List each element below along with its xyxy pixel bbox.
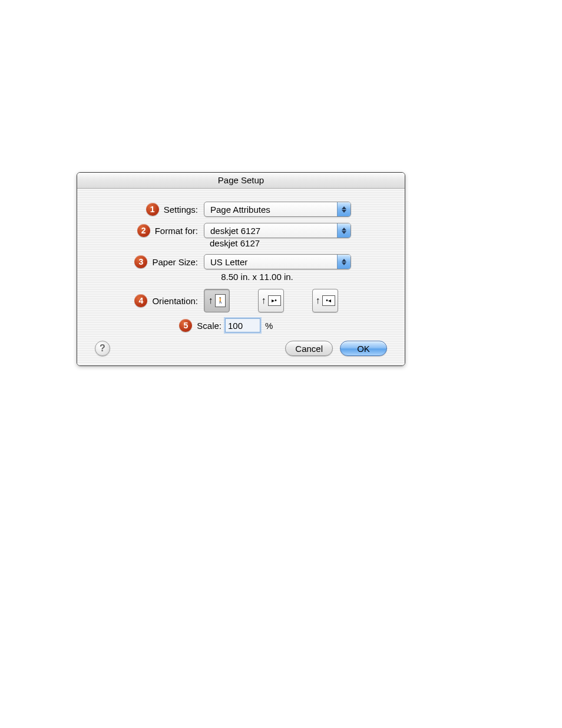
settings-row: 1 Settings: Page Attributes — [95, 202, 387, 217]
orientation-landscape-right-button[interactable]: ↑ •◂ — [312, 289, 338, 312]
settings-label: Settings: — [164, 205, 198, 215]
dialog-footer: ? Cancel OK — [95, 341, 387, 356]
paper-size-row: 3 Paper Size: US Letter — [95, 254, 387, 269]
badge-3: 3 — [134, 255, 147, 268]
orientation-label: Orientation: — [152, 296, 198, 306]
scale-label: Scale: — [197, 321, 222, 331]
updown-arrows-icon — [337, 255, 351, 269]
up-arrow-icon: ↑ — [209, 295, 213, 306]
landscape-page-icon: ▸• — [268, 295, 281, 306]
paper-size-value: US Letter — [210, 257, 337, 267]
scale-input[interactable] — [225, 318, 260, 332]
badge-5: 5 — [179, 319, 192, 332]
ok-button[interactable]: OK — [340, 341, 387, 356]
scale-row: 5 Scale: % — [95, 318, 387, 332]
settings-value: Page Attributes — [210, 205, 337, 215]
orientation-row: 4 Orientation: ↑ 🚶 ↑ ▸• ↑ — [95, 289, 387, 312]
badge-2: 2 — [137, 224, 150, 237]
badge-1: 1 — [146, 203, 159, 216]
help-button[interactable]: ? — [95, 341, 110, 356]
paper-size-popup[interactable]: US Letter — [204, 254, 351, 269]
landscape-page-icon: •◂ — [322, 295, 335, 306]
paper-dimensions: 8.50 in. x 11.00 in. — [127, 272, 387, 282]
orientation-landscape-left-button[interactable]: ↑ ▸• — [258, 289, 284, 312]
badge-4: 4 — [134, 294, 147, 307]
settings-popup[interactable]: Page Attributes — [204, 202, 351, 217]
format-for-value: deskjet 6127 — [210, 226, 337, 236]
format-for-row: 2 Format for: deskjet 6127 — [95, 223, 387, 238]
orientation-portrait-button[interactable]: ↑ 🚶 — [204, 289, 230, 312]
updown-arrows-icon — [337, 223, 351, 238]
updown-arrows-icon — [337, 202, 351, 216]
cancel-button[interactable]: Cancel — [285, 341, 333, 356]
up-arrow-icon: ↑ — [262, 295, 266, 306]
format-for-subtext: deskjet 6127 — [210, 238, 387, 248]
format-for-label: Format for: — [155, 226, 198, 236]
scale-suffix: % — [265, 321, 273, 331]
dialog-title: Page Setup — [77, 173, 405, 189]
page-setup-dialog: Page Setup 1 Settings: Page Attributes 2 — [77, 172, 405, 366]
portrait-page-icon: 🚶 — [215, 294, 226, 307]
format-for-popup[interactable]: deskjet 6127 — [204, 223, 351, 238]
dialog-content: 1 Settings: Page Attributes 2 Format for… — [77, 189, 405, 365]
paper-size-label: Paper Size: — [152, 257, 198, 267]
up-arrow-icon: ↑ — [316, 295, 320, 306]
